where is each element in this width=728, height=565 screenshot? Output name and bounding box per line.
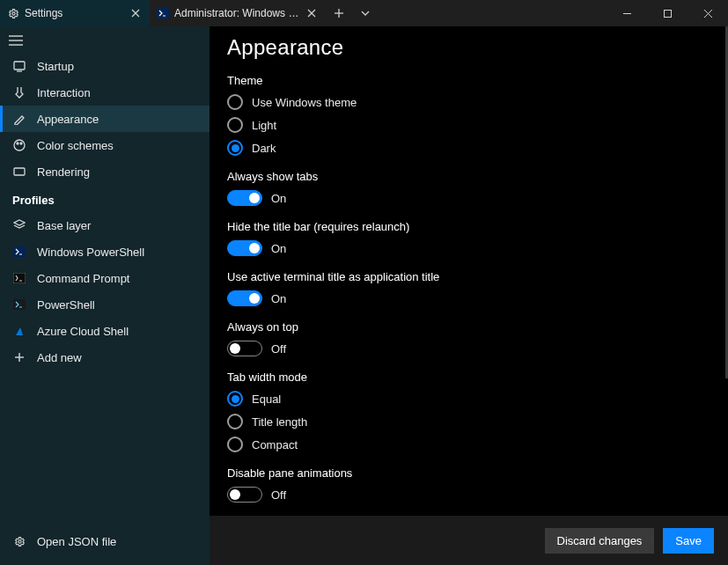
use-active-title-section: Use active terminal title as application… [227,270,710,306]
svg-rect-23 [13,273,26,283]
svg-point-28 [18,539,20,542]
svg-rect-20 [14,168,25,175]
tab-width-compact[interactable]: Compact [227,437,710,452]
tab-powershell[interactable]: Administrator: Windows PowerS [150,0,326,26]
title-bar: Settings Administrator: Windows PowerS [0,0,728,26]
appearance-icon [12,112,26,126]
svg-rect-22 [13,246,26,257]
tab-width-title-length[interactable]: Title length [227,414,710,429]
radio-icon [227,140,243,156]
sidebar-item-label: Startup [37,60,74,73]
always-show-tabs-toggle[interactable] [227,190,262,206]
sidebar-item-label: Appearance [37,113,99,126]
footer-bar: Discard changes Save [210,516,728,565]
svg-rect-9 [664,10,671,17]
sidebar-item-label: Color schemes [37,139,114,152]
sidebar-profile-windows-powershell[interactable]: Windows PowerShell [0,238,210,265]
setting-label: Use active terminal title as application… [227,270,710,283]
close-icon[interactable] [129,6,143,20]
svg-point-18 [17,143,18,144]
svg-point-19 [20,143,22,144]
use-active-title-toggle[interactable] [227,290,262,306]
always-show-tabs-section: Always show tabs On [227,170,710,206]
disable-pane-anim-toggle[interactable] [227,487,262,503]
sidebar-profile-azure[interactable]: Azure Cloud Shell [0,318,210,344]
toggle-state: Off [271,342,286,356]
close-icon[interactable] [305,6,319,20]
theme-option-light[interactable]: Light [227,117,710,133]
tab-title: Settings [25,7,123,19]
svg-point-0 [11,11,14,14]
radio-label: Equal [252,393,281,406]
setting-label: Hide the title bar (requires relaunch) [227,220,710,233]
gear-icon [7,7,19,19]
theme-option-dark[interactable]: Dark [227,140,710,156]
radio-icon [227,94,243,110]
radio-label: Dark [252,142,276,155]
radio-label: Compact [252,438,298,451]
tab-settings[interactable]: Settings [0,0,150,26]
sidebar-profile-powershell[interactable]: PowerShell [0,291,210,318]
profiles-header: Profiles [0,185,210,212]
new-tab-button[interactable] [326,8,352,18]
rendering-icon [12,165,26,179]
sidebar-item-appearance[interactable]: Appearance [0,106,210,132]
dropdown-button[interactable] [352,8,379,18]
sidebar-item-interaction[interactable]: Interaction [0,79,210,106]
sidebar-item-color-schemes[interactable]: Color schemes [0,132,210,158]
sidebar-profile-base-layer[interactable]: Base layer [0,212,210,238]
sidebar-item-startup[interactable]: Startup [0,53,210,79]
sidebar-open-json[interactable]: Open JSON file [0,528,210,554]
page-title: Appearance [227,35,710,60]
sidebar-item-label: Windows PowerShell [37,246,144,259]
hide-title-bar-section: Hide the title bar (requires relaunch) O… [227,220,710,256]
theme-option-windows[interactable]: Use Windows theme [227,94,710,110]
close-window-button[interactable] [688,0,728,26]
azure-icon [12,324,26,338]
sidebar-item-label: Command Prompt [37,272,129,285]
scrollbar[interactable] [723,26,728,516]
sidebar-add-new[interactable]: Add new [0,344,210,371]
setting-label: Always on top [227,320,710,334]
toggle-state: On [271,292,286,305]
tab-controls [326,0,379,26]
setting-label: Tab width mode [227,371,710,384]
theme-section: Theme Use Windows theme Light Dark [227,74,710,156]
palette-icon [12,138,26,152]
sidebar-item-label: PowerShell [37,298,95,312]
sidebar-item-label: Open JSON file [37,535,116,548]
setting-label: Always show tabs [227,170,710,183]
toggle-state: On [271,192,286,205]
sidebar-item-label: Add new [37,351,82,364]
save-button[interactable]: Save [663,528,714,554]
radio-label: Use Windows theme [252,96,357,109]
minimize-button[interactable] [607,0,647,26]
powershell-icon [157,7,169,19]
toggle-state: On [271,242,286,255]
radio-label: Title length [252,415,307,429]
always-on-top-section: Always on top Off [227,320,710,356]
svg-point-17 [14,140,25,150]
hide-title-bar-toggle[interactable] [227,240,262,256]
sidebar-item-rendering[interactable]: Rendering [0,158,210,185]
content-area: Appearance Theme Use Windows theme Light… [210,26,728,565]
tab-width-equal[interactable]: Equal [227,391,710,407]
startup-icon [12,59,26,73]
gear-icon [12,534,26,548]
tab-width-section: Tab width mode Equal Title length Compac… [227,371,710,452]
maximize-button[interactable] [647,0,688,26]
hamburger-button[interactable] [0,32,210,53]
radio-icon [227,117,243,133]
setting-label: Disable pane animations [227,466,710,480]
radio-icon [227,391,243,407]
svg-rect-3 [157,8,169,18]
radio-label: Light [252,119,276,132]
sidebar-profile-command-prompt[interactable]: Command Prompt [0,265,210,291]
toggle-state: Off [271,488,286,502]
discard-button[interactable]: Discard changes [545,528,655,554]
sidebar-item-label: Interaction [37,86,91,99]
always-on-top-toggle[interactable] [227,341,262,356]
svg-marker-21 [14,220,25,225]
tab-title: Administrator: Windows PowerS [174,7,299,19]
plus-icon [12,350,26,364]
